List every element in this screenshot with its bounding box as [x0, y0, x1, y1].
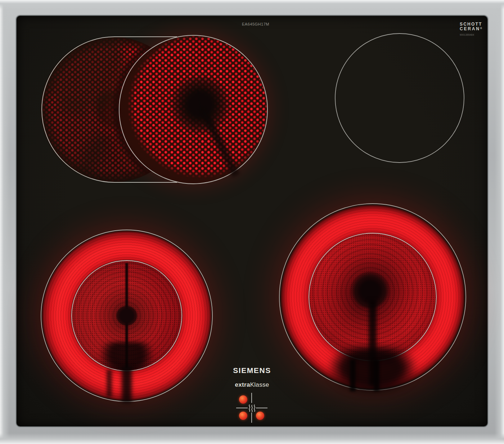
indicator-cross-line	[251, 413, 252, 423]
indicator-cross-line	[236, 408, 248, 408]
ceran-line: CERAN®	[460, 26, 492, 31]
indicator-cross-line	[256, 408, 267, 408]
element-connector-shadow	[328, 347, 417, 395]
schott-line: SCHOTT	[460, 22, 492, 26]
cooking-zone-rear-left-main	[120, 36, 267, 183]
inner-heating-disc	[72, 261, 181, 370]
heat-waves-icon	[248, 403, 256, 413]
series-label: extraKlasse	[216, 381, 288, 388]
element-connector-stem	[122, 366, 132, 403]
element-rim-shadow	[120, 36, 267, 183]
heat-indicator-dot-front-left	[239, 412, 247, 420]
element-center-spot	[116, 306, 137, 325]
model-number-label: EA645GH17M	[220, 22, 292, 26]
heat-indicator-dot-front-right	[256, 412, 264, 420]
element-connector-stem-small	[107, 370, 112, 397]
siemens-ceramic-hob-photo: EA645GH17M SCHOTT CERAN® 9001355484 SIEM…	[0, 0, 504, 444]
brand-logo: SIEMENS	[216, 366, 288, 375]
schott-ceran-logo: SCHOTT CERAN® 9001355484	[460, 22, 492, 37]
series-label-light: Klasse	[250, 381, 269, 388]
registered-mark: ®	[480, 27, 482, 30]
series-label-bold: extra	[235, 381, 250, 388]
element-connector-bar	[350, 360, 356, 391]
glass-serial-number: 9001355484	[460, 33, 492, 37]
element-connector-bar	[374, 360, 379, 391]
indicator-cross-line	[251, 393, 252, 403]
heat-indicator-dot-rear-left	[239, 395, 247, 404]
halogen-element-bright	[120, 36, 267, 183]
